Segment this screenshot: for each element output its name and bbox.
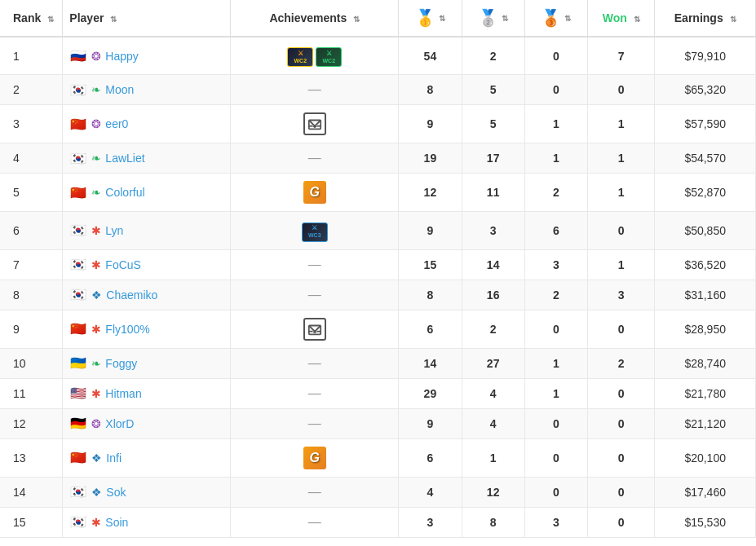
table-row: 10 🇺🇦 ❧ Foggy — 14 27 1 2 $28,740 [0,348,756,378]
won-cell: 0 [587,507,654,537]
achievements-cell: — [231,348,399,378]
bronze-count: 0 [553,451,559,465]
won-header[interactable]: Won ⇅ [587,0,654,37]
player-name-link[interactable]: Moon [105,83,134,96]
won-count: 3 [618,288,625,302]
won-count: 0 [618,451,625,465]
silver-count: 5 [490,117,497,130]
won-cell: 3 [587,280,654,310]
role-icon: ❂ [91,117,101,130]
gold-count: 6 [427,323,434,336]
table-row: 14 🇰🇷 ❖ Sok — 4 12 0 0 $17,460 [0,477,756,507]
player-name-link[interactable]: Hitman [105,387,141,400]
earnings-value: $36,520 [684,258,726,271]
earnings-value: $20,100 [684,451,726,465]
silver-cell: 4 [462,408,524,438]
player-name-link[interactable]: XlorD [105,417,134,430]
rank-header[interactable]: Rank ⇅ [0,0,63,37]
player-name-link[interactable]: Foggy [105,357,137,370]
silver-cell: 17 [462,143,524,174]
player-name-link[interactable]: LawLiet [105,152,144,165]
gold-cell: 3 [399,507,462,537]
gold-count: 12 [424,186,437,199]
won-count: 1 [618,117,625,130]
rank-cell: 9 [0,310,63,348]
table-row: 8 🇰🇷 ❖ Chaemiko — 8 16 2 3 $31,160 [0,280,756,310]
earnings-cell: $15,530 [655,507,756,537]
player-name-link[interactable]: FoCuS [105,258,141,271]
achievements-cell: G [231,174,399,212]
bronze-count: 1 [553,117,559,130]
table-row: 12 🇩🇪 ❂ XlorD — 9 4 0 0 $21,120 [0,408,756,438]
flag-icon: 🇨🇳 [69,186,87,199]
gold-cell: 19 [399,143,462,174]
won-cell: 0 [587,212,654,249]
no-achievement: — [308,515,321,529]
won-cell: 0 [587,477,654,507]
player-header[interactable]: Player ⇅ [63,0,231,37]
player-cell: 🇨🇳 ❖ Infi [63,438,231,477]
no-achievement: — [308,356,321,370]
achievement-badge: ⚔ WC2 ⚔ WC2 [287,47,342,67]
bronze-cell: 2 [524,280,587,310]
player-name-link[interactable]: Happy [105,50,138,63]
gold-header[interactable]: 🥇 ⇅ [399,0,462,37]
role-icon: ❖ [91,288,102,302]
won-count: 0 [618,417,625,430]
earnings-value: $54,570 [684,152,726,165]
silver-count: 4 [490,387,497,400]
player-name-link[interactable]: Fly100% [105,323,149,336]
bronze-count: 1 [553,357,559,370]
achievements-cell: — [231,75,399,105]
gold-count: 3 [427,516,434,529]
no-achievement: — [308,386,321,400]
flag-icon: 🇩🇪 [69,417,87,430]
table-row: 13 🇨🇳 ❖ Infi G 6 1 0 0 $20,100 [0,438,756,477]
player-name-link[interactable]: Sok [106,486,126,499]
role-icon: ✱ [91,516,101,529]
rank-cell: 7 [0,249,63,280]
silver-header[interactable]: 🥈 ⇅ [462,0,524,37]
gold-cell: 9 [399,212,462,249]
earnings-value: $65,320 [684,83,726,96]
rank-cell: 5 [0,174,63,212]
table-row: 4 🇰🇷 ❧ LawLiet — 19 17 1 1 $54,570 [0,143,756,174]
no-achievement: — [308,82,321,96]
earnings-value: $17,460 [684,486,726,499]
rank-cell: 13 [0,438,63,477]
gold-count: 9 [427,417,434,430]
rank-cell: 15 [0,507,63,537]
player-name-link[interactable]: eer0 [105,117,128,130]
role-icon: ❖ [91,486,102,499]
bronze-cell: 0 [524,310,587,348]
earnings-value: $28,950 [684,323,726,336]
player-name-link[interactable]: Infi [106,451,122,465]
earnings-cell: $36,520 [655,249,756,280]
earnings-header[interactable]: Earnings ⇅ [655,0,756,37]
earnings-cell: $65,320 [655,75,756,105]
player-name-link[interactable]: Chaemiko [106,288,157,302]
achievements-cell: ⚔ WC2 ⚔ WC2 [231,37,399,75]
player-name-link[interactable]: Lyn [105,224,123,237]
table-row: 2 🇰🇷 ❧ Moon — 8 5 0 0 $65,320 [0,75,756,105]
won-count: 1 [618,186,625,199]
player-cell: 🇰🇷 ❧ Moon [63,75,231,105]
player-name-link[interactable]: Soin [105,516,128,529]
bronze-count: 0 [553,83,559,96]
earnings-cell: $21,780 [655,378,756,408]
silver-count: 27 [487,357,500,370]
table-row: 9 🇨🇳 ✱ Fly100% 6 2 0 0 $28,9 [0,310,756,348]
won-count: 1 [618,152,625,165]
bronze-count: 2 [553,288,559,302]
bronze-cell: 0 [524,75,587,105]
won-cell: 2 [587,348,654,378]
bronze-cell: 2 [524,174,587,212]
achievements-header[interactable]: Achievements ⇅ [231,0,399,37]
gold-count: 14 [424,357,437,370]
bronze-header[interactable]: 🥉 ⇅ [524,0,587,37]
bronze-cell: 0 [524,477,587,507]
bronze-count: 1 [553,387,559,400]
player-name-link[interactable]: Colorful [105,186,144,199]
silver-cell: 1 [462,438,524,477]
gold-sort-icon: ⇅ [439,14,445,23]
